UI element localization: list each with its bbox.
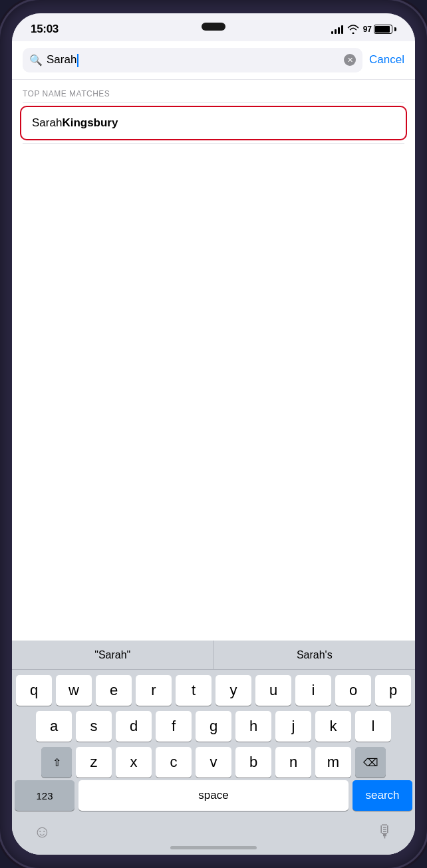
key-h[interactable]: h [235,711,271,742]
key-n[interactable]: n [275,747,311,778]
key-row-2: a s d f g h j k l [15,711,412,742]
status-icons: 97 [331,25,396,34]
key-d[interactable]: d [116,711,152,742]
cancel-button[interactable]: Cancel [369,53,404,67]
search-input[interactable]: Sarah [47,53,340,67]
status-bar: 15:03 97 [12,13,415,41]
key-u[interactable]: u [255,675,291,706]
key-p[interactable]: p [375,675,411,706]
key-v[interactable]: v [196,747,231,778]
autocorrect-item-possessive[interactable]: Sarah's [214,641,416,669]
battery-cap [394,27,396,31]
result-row[interactable]: Sarah Kingsbury [20,106,407,140]
key-i[interactable]: i [295,675,331,706]
home-indicator [170,846,257,849]
autocorrect-item-quoted[interactable]: "Sarah" [12,641,214,669]
battery-fill [375,26,390,33]
key-j[interactable]: j [275,711,311,742]
key-l[interactable]: l [355,711,391,742]
key-row-1: q w e r t y u i o p [15,675,412,706]
space-key[interactable]: space [78,780,349,811]
text-cursor [77,54,78,67]
emoji-icon[interactable]: ☺ [33,821,51,842]
key-z[interactable]: z [76,747,112,778]
num-key[interactable]: 123 [15,780,74,811]
search-box[interactable]: 🔍 Sarah ✕ [23,48,362,72]
key-x[interactable]: x [116,747,152,778]
key-y[interactable]: y [215,675,251,706]
battery-percent: 97 [363,25,372,34]
main-content: 🔍 Sarah ✕ Cancel TOP NAME MATCHES Sarah … [12,41,415,855]
key-row-3: ⇧ z x c v b n m ⌫ [15,747,412,778]
status-time: 15:03 [31,23,59,36]
key-r[interactable]: r [136,675,172,706]
keyboard-area: "Sarah" Sarah's q w e r t y u i [12,641,415,855]
key-k[interactable]: k [315,711,351,742]
backspace-key[interactable]: ⌫ [355,747,386,778]
battery-icon: 97 [363,25,396,34]
mic-icon[interactable]: 🎙 [376,821,394,842]
result-first-name: Sarah [32,116,62,130]
key-q[interactable]: q [16,675,52,706]
bottom-key-row: 123 space search [12,780,415,816]
clear-button[interactable]: ✕ [344,54,356,66]
shift-key[interactable]: ⇧ [41,747,72,778]
result-row-inner: Sarah Kingsbury [32,116,118,130]
phone-frame: 15:03 97 [0,0,427,868]
section-header: TOP NAME MATCHES [12,80,415,102]
key-g[interactable]: g [196,711,231,742]
battery-body [374,25,392,34]
phone-screen: 15:03 97 [12,13,415,855]
key-t[interactable]: t [176,675,212,706]
autocorrect-bar: "Sarah" Sarah's [12,641,415,670]
bottom-divider [23,143,404,144]
key-w[interactable]: w [56,675,92,706]
results-area: TOP NAME MATCHES Sarah Kingsbury [12,80,415,641]
search-key[interactable]: search [353,780,412,811]
key-c[interactable]: c [156,747,192,778]
key-a[interactable]: a [36,711,72,742]
key-b[interactable]: b [235,747,271,778]
dynamic-island [202,23,225,31]
keyboard-rows: q w e r t y u i o p a s [12,670,415,780]
search-icon: 🔍 [29,54,43,67]
search-area: 🔍 Sarah ✕ Cancel [12,41,415,80]
key-o[interactable]: o [335,675,371,706]
result-last-name: Kingsbury [62,116,118,130]
key-m[interactable]: m [315,747,351,778]
key-e[interactable]: e [96,675,132,706]
signal-bars-icon [331,25,343,34]
wifi-icon [347,25,359,34]
top-divider [23,102,404,103]
key-s[interactable]: s [76,711,112,742]
key-f[interactable]: f [156,711,192,742]
